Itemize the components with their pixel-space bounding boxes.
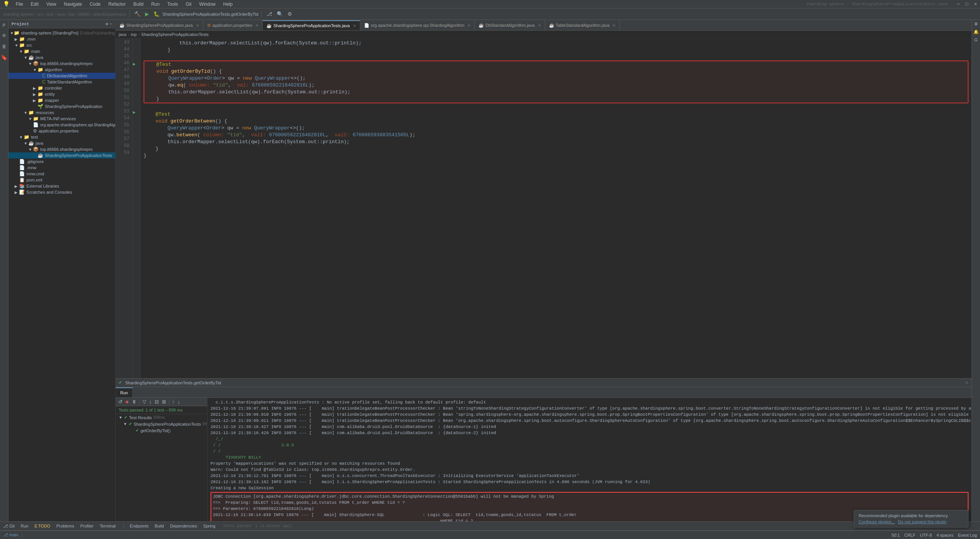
tree-item-gitignore[interactable]: 📄 .gitignore (8, 158, 115, 165)
tree-item-main[interactable]: ▼ 📁 main (8, 48, 115, 54)
tab-close-btn[interactable]: ✕ (538, 23, 541, 28)
import-btn[interactable]: ↑ (171, 399, 176, 405)
menu-refactor[interactable]: Refactor (107, 1, 127, 8)
problems-dock-tab[interactable]: Problems (56, 524, 74, 528)
structure-icon[interactable]: ≣ (2, 43, 5, 50)
search-btn[interactable]: 🔍 (275, 10, 284, 18)
tree-item-meta-inf[interactable]: ▼ 📁 META-INF.services (8, 116, 115, 122)
panel-minimize-btn[interactable]: ─ (109, 22, 112, 26)
tab-close-btn[interactable]: ✕ (255, 23, 258, 28)
profiler-dock-tab[interactable]: Profiler (80, 524, 94, 528)
tree-item-scratches[interactable]: ▶ 📝 Scratches and Consoles (8, 189, 115, 195)
endpoints-dock-tab[interactable]: Endpoints (130, 524, 149, 528)
tree-root[interactable]: ▼ 📁 sharding-sphere [ShardingPro] D:\Ide… (8, 30, 115, 36)
project-icon[interactable]: P (3, 23, 5, 28)
menu-tools[interactable]: Tools (166, 1, 180, 8)
tree-item-test-package[interactable]: ▼ 📦 top.it6666.shardingsphrepro (8, 146, 115, 152)
tree-item-controller[interactable]: ▶ 📁 controller (8, 85, 115, 91)
structure-right-icon[interactable]: ≣ (974, 21, 978, 26)
tree-item-pom[interactable]: 📋 pom.xml (8, 177, 115, 183)
pause-btn[interactable]: ⏸ (131, 399, 138, 405)
tree-item-algorithm[interactable]: ▼ 📁 algorithm (8, 67, 115, 73)
test-item-class[interactable]: ▼ ✔ ShardingSphereProApplicationTests 89… (116, 421, 207, 427)
code-editor[interactable]: 43 44 45 46 47 48 49 50 51 52 53 54 55 5… (116, 38, 972, 378)
tree-item-package[interactable]: ▼ 📦 top.it6666.shardingsphrepro (8, 60, 115, 67)
tree-item-mnwcmd[interactable]: 📄 mnw.cmd (8, 171, 115, 177)
tree-item-java-test[interactable]: ▼ ☕ java (8, 140, 115, 146)
menu-edit[interactable]: Edit (29, 1, 40, 8)
menu-git[interactable]: Git (184, 1, 193, 8)
close-btn[interactable]: ✕ (974, 2, 977, 7)
status-git[interactable]: ⎇ main (3, 532, 18, 537)
run-btn[interactable]: ▶ (144, 10, 150, 18)
git-dock-tab[interactable]: ⎇ Git (3, 524, 15, 529)
tree-item-table-algorithm[interactable]: C TableStandardAlgorithm (8, 79, 115, 85)
export-btn[interactable]: ↓ (176, 399, 181, 405)
dont-suggest-link[interactable]: Do not suggest this plugin (898, 519, 947, 524)
menu-run[interactable]: Run (150, 1, 161, 8)
build-dock-tab[interactable]: Build (155, 524, 164, 528)
tab-test-class[interactable]: ☕ ShardingSphereProApplicationTests.java… (263, 20, 360, 30)
minimize-btn[interactable]: ─ (957, 2, 960, 7)
dependencies-dock-tab[interactable]: Dependencies (170, 524, 197, 528)
tab-close-btn[interactable]: ✕ (612, 23, 616, 28)
bookmarks-icon[interactable]: 🔖 (1, 54, 7, 61)
test-item-method[interactable]: ✔ getOrderByTid() (116, 427, 207, 434)
code-content[interactable]: this.orderMapper.selectList(qw).forEach(… (140, 38, 972, 378)
run-test2-icon[interactable]: ▶ (133, 109, 136, 115)
tree-item-main-app[interactable]: 🌱 ShardingSphereProApplication (8, 103, 115, 109)
run-options-btn[interactable]: ⚙ (965, 381, 969, 385)
tab-db-algo[interactable]: ☕ DbStandardAlgorithm.java ✕ (475, 20, 545, 30)
rerun-btn[interactable]: ↺ (117, 399, 124, 405)
tab-table-algo[interactable]: ☕ TableStandardAlgorithm.java ✕ (545, 20, 620, 30)
maximize-btn[interactable]: □ (965, 2, 968, 7)
todo-dock-tab[interactable]: E TODO (34, 524, 50, 528)
gradle-icon[interactable]: G (974, 38, 978, 42)
tree-item-external-libs[interactable]: ▶ 📚 External Libraries (8, 183, 115, 189)
tab-close-btn[interactable]: ✕ (353, 24, 356, 28)
expand-btn[interactable]: ⊞ (161, 399, 167, 405)
tab-close-btn[interactable]: ✕ (196, 23, 199, 28)
tree-item-mapper[interactable]: ▶ 📁 mapper (8, 97, 115, 103)
tree-item-mnw[interactable]: 📄 .mnw (8, 165, 115, 171)
terminal-dock-tab[interactable]: Terminal (100, 524, 116, 528)
menu-window[interactable]: Window (198, 1, 217, 8)
event-log-btn[interactable]: Event Log (958, 533, 977, 537)
panel-options-btn[interactable]: ⚙ (106, 21, 108, 26)
menu-code[interactable]: Code (88, 1, 102, 8)
tab-sharding-algo[interactable]: 📄 org.apache.shardingsphere.spi.Sharding… (360, 20, 475, 30)
collapse-btn[interactable]: ⊟ (154, 399, 160, 405)
tree-item-test[interactable]: ▼ 📁 test (8, 134, 115, 140)
menu-help[interactable]: Help (222, 1, 234, 8)
tab-app-props[interactable]: ⚙ application.properties ✕ (203, 20, 263, 30)
tab-main-app[interactable]: ☕ ShardingSphereProApplication.java ✕ (116, 20, 203, 30)
bottom-tab-run[interactable]: Run (116, 387, 133, 397)
tree-item-entity[interactable]: ▶ 📁 entity (8, 91, 115, 97)
menu-build[interactable]: Build (132, 1, 145, 8)
tree-item-mvn[interactable]: ▶ 📁 .mvn (8, 36, 115, 42)
tab-close-btn[interactable]: ✕ (467, 23, 470, 28)
menu-view[interactable]: View (45, 1, 58, 8)
tree-item-test-class[interactable]: ☕ ShardingSphereProApplicationTests (8, 152, 115, 158)
tree-item-db-algorithm[interactable]: C DbStandardAlgorithm (8, 73, 115, 79)
tree-item-java-main[interactable]: ▼ ☕ java (8, 54, 115, 60)
sort-btn[interactable]: ↕ (148, 399, 153, 405)
stop-btn[interactable]: ■ (124, 399, 130, 405)
settings-btn[interactable]: ⚙ (286, 10, 294, 18)
vcs-btn[interactable]: ⎇ (265, 10, 274, 18)
tree-item-src[interactable]: ▼ 📁 src (8, 42, 115, 48)
tree-item-sharding-algo[interactable]: 📄 org.apache.shardingsphere.spi.Sharding… (8, 122, 115, 128)
menu-navigate[interactable]: Navigate (62, 1, 83, 8)
spring-dock-tab[interactable]: Spring (203, 524, 216, 528)
test-item-results[interactable]: ▼ ✔ Test Results 899ms (116, 414, 207, 421)
menu-file[interactable]: File (14, 1, 24, 8)
filter-btn[interactable]: ▽ (141, 399, 147, 405)
commit-icon[interactable]: ⊙ (2, 32, 5, 39)
configure-plugins-link[interactable]: Configure plugins... (859, 519, 895, 524)
notifications-icon[interactable]: 🔔 (973, 29, 979, 34)
tree-item-resources[interactable]: ▼ 📁 resources (8, 109, 115, 116)
run-dock-tab[interactable]: Run (21, 524, 28, 528)
tree-item-app-props[interactable]: ⚙ application.properties (8, 128, 115, 134)
run-test-icon[interactable]: ▶ (133, 61, 136, 67)
build-btn[interactable]: 🔨 (133, 10, 142, 18)
